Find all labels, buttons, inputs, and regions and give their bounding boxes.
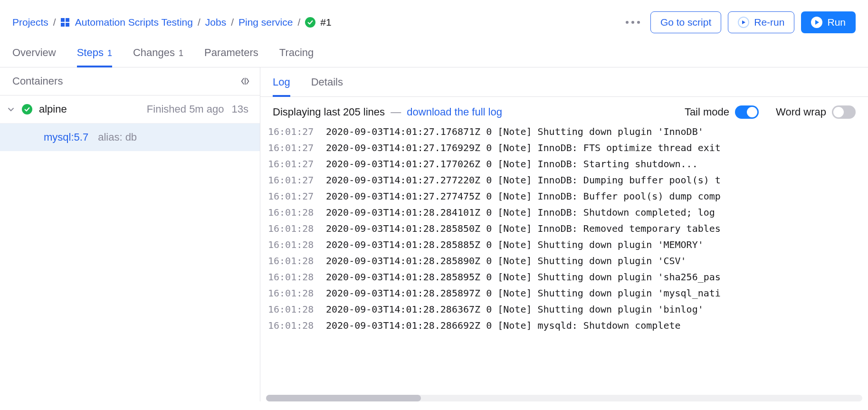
tab-log[interactable]: Log [273,74,290,97]
download-log-link[interactable]: download the full log [407,106,502,118]
log-line: 16:01:282020-09-03T14:01:28.285895Z 0 [N… [266,269,868,285]
tab-overview-label: Overview [12,47,56,59]
tab-changes[interactable]: Changes 1 [133,42,183,67]
log-view[interactable]: 16:01:272020-09-03T14:01:27.176871Z 0 [N… [260,124,868,393]
container-service-alias: alias: db [98,131,137,143]
log-line: 16:01:282020-09-03T14:01:28.285885Z 0 [N… [266,237,868,253]
log-message: 2020-09-03T14:01:27.277220Z 0 [Note] Inn… [319,172,721,188]
run-status-success-icon [305,17,315,28]
run-icon [811,17,822,28]
go-to-script-label: Go to script [660,17,711,28]
log-timestamp: 16:01:28 [266,253,319,269]
rerun-button[interactable]: Re-run [728,11,794,33]
breadcrumb: Projects / Automation Scripts Testing / … [12,17,332,28]
tab-steps-count: 1 [107,48,112,58]
log-message: 2020-09-03T14:01:28.285890Z 0 [Note] Shu… [319,253,687,269]
tab-details[interactable]: Details [311,74,343,97]
log-message: 2020-09-03T14:01:28.285850Z 0 [Note] Inn… [319,220,721,237]
rerun-label: Re-run [754,17,784,28]
word-wrap-label: Word wrap [776,106,826,118]
tab-parameters[interactable]: Parameters [204,42,258,67]
breadcrumb-sep: / [198,17,200,28]
log-timestamp: 16:01:28 [266,220,319,237]
collapse-panel-icon[interactable] [240,76,250,86]
action-bar: Go to script Re-run Run [622,11,856,33]
tail-mode-toggle[interactable] [735,105,759,119]
container-service-name: mysql:5.7 [44,131,88,143]
containers-header: Containers [0,67,260,95]
word-wrap-toggle[interactable] [832,105,856,119]
log-info-count: 205 [343,106,361,118]
breadcrumb-job[interactable]: Ping service [238,17,293,28]
log-line: 16:01:282020-09-03T14:01:28.285850Z 0 [N… [266,220,868,237]
log-line: 16:01:272020-09-03T14:01:27.277475Z 0 [N… [266,188,868,204]
breadcrumb-sep: / [297,17,300,28]
tab-changes-label: Changes [133,47,175,59]
log-timestamp: 16:01:27 [266,124,319,140]
breadcrumb-jobs[interactable]: Jobs [205,17,226,28]
container-service-row[interactable]: mysql:5.7 alias: db [0,124,260,151]
containers-title: Containers [12,75,63,87]
container-status-text: Finished 5m ago [147,103,224,115]
chevron-down-icon [7,106,15,113]
detail-tabs: Log Details [260,67,868,97]
log-line: 16:01:272020-09-03T14:01:27.277220Z 0 [N… [266,172,868,188]
log-timestamp: 16:01:27 [266,156,319,172]
log-toolbar: Displaying last 205 lines — download the… [260,97,868,124]
log-message: 2020-09-03T14:01:28.285895Z 0 [Note] Shu… [319,269,721,285]
go-to-script-button[interactable]: Go to script [650,11,721,33]
log-timestamp: 16:01:28 [266,285,319,301]
log-timestamp: 16:01:28 [266,269,319,285]
container-row[interactable]: alpine Finished 5m ago 13s [0,95,260,124]
log-info: Displaying last 205 lines — download the… [273,106,502,118]
horizontal-scrollbar[interactable] [266,395,862,401]
container-duration: 13s [232,103,248,115]
log-message: 2020-09-03T14:01:27.177026Z 0 [Note] Inn… [319,156,698,172]
topbar: Projects / Automation Scripts Testing / … [0,0,868,42]
tab-tracing[interactable]: Tracing [279,42,314,67]
log-line: 16:01:282020-09-03T14:01:28.284101Z 0 [N… [266,204,868,220]
rerun-icon [738,17,749,28]
log-line: 16:01:272020-09-03T14:01:27.177026Z 0 [N… [266,156,868,172]
log-timestamp: 16:01:28 [266,317,319,334]
tab-steps[interactable]: Steps 1 [77,42,112,67]
breadcrumb-run: #1 [320,17,331,28]
detail-panel: Log Details Displaying last 205 lines — … [260,67,868,401]
log-timestamp: 16:01:28 [266,301,319,317]
breadcrumb-sep: / [53,17,56,28]
log-info-suffix: lines [363,106,385,118]
log-line: 16:01:282020-09-03T14:01:28.285890Z 0 [N… [266,253,868,269]
log-message: 2020-09-03T14:01:28.286367Z 0 [Note] Shu… [319,301,704,317]
tail-mode-label: Tail mode [685,106,729,118]
container-meta: Finished 5m ago 13s [147,103,248,115]
log-timestamp: 16:01:28 [266,204,319,220]
log-line: 16:01:282020-09-03T14:01:28.286367Z 0 [N… [266,301,868,317]
log-message: 2020-09-03T14:01:28.284101Z 0 [Note] Inn… [319,204,721,220]
container-name: alpine [39,103,67,115]
log-message: 2020-09-03T14:01:28.285897Z 0 [Note] Shu… [319,285,721,301]
container-status-success-icon [22,104,32,114]
log-line: 16:01:282020-09-03T14:01:28.285897Z 0 [N… [266,285,868,301]
log-message: 2020-09-03T14:01:27.176929Z 0 [Note] Inn… [319,140,721,156]
log-info-prefix: Displaying last [273,106,340,118]
tab-changes-count: 1 [179,48,183,58]
tab-tracing-label: Tracing [279,47,314,59]
log-message: 2020-09-03T14:01:28.286692Z 0 [Note] mys… [319,317,681,334]
log-message: 2020-09-03T14:01:27.176871Z 0 [Note] Shu… [319,124,704,140]
run-label: Run [827,17,846,28]
log-timestamp: 16:01:27 [266,140,319,156]
containers-panel: Containers alpine Finished 5m ago 13s my… [0,67,260,401]
breadcrumb-projects[interactable]: Projects [12,17,48,28]
log-line: 16:01:272020-09-03T14:01:27.176871Z 0 [N… [266,124,868,140]
log-message: 2020-09-03T14:01:27.277475Z 0 [Note] Inn… [319,188,721,204]
tab-parameters-label: Parameters [204,47,258,59]
log-timestamp: 16:01:28 [266,237,319,253]
project-icon [61,18,69,27]
breadcrumb-project[interactable]: Automation Scripts Testing [75,17,193,28]
run-button[interactable]: Run [801,11,856,33]
log-message: 2020-09-03T14:01:28.285885Z 0 [Note] Shu… [319,237,704,253]
tab-overview[interactable]: Overview [12,42,56,67]
main-split: Containers alpine Finished 5m ago 13s my… [0,67,868,401]
more-menu-button[interactable] [622,17,644,28]
log-timestamp: 16:01:27 [266,188,319,204]
